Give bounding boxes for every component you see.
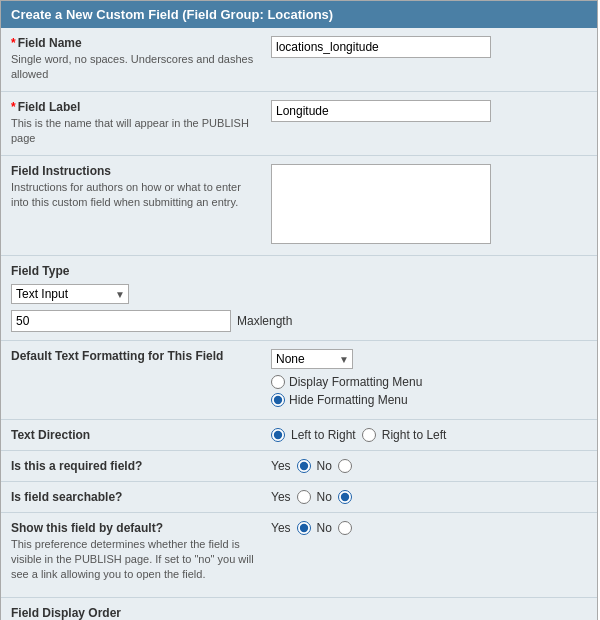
show-no-radio[interactable]	[338, 521, 352, 535]
searchable-row: Is field searchable? Yes No	[1, 482, 597, 513]
field-type-select[interactable]: Text Input Textarea Select Dropdown Date…	[11, 284, 129, 304]
display-order-section: Field Display Order	[1, 598, 597, 620]
ltr-radio[interactable]	[271, 428, 285, 442]
field-instructions-label-col: Field Instructions Instructions for auth…	[11, 164, 271, 211]
ltr-label: Left to Right	[291, 428, 356, 442]
search-no-radio[interactable]	[338, 490, 352, 504]
show-field-desc: This preference determines whether the f…	[11, 537, 271, 583]
show-no-label: No	[317, 521, 332, 535]
field-label-label-col: *Field Label This is the name that will …	[11, 100, 271, 147]
field-name-input[interactable]	[271, 36, 491, 58]
text-direction-row: Text Direction Left to Right Right to Le…	[1, 420, 597, 451]
field-label-input[interactable]	[271, 100, 491, 122]
hide-menu-radio[interactable]	[271, 393, 285, 407]
field-label-title: *Field Label	[11, 100, 261, 114]
field-type-section: Field Type Text Input Textarea Select Dr…	[1, 256, 597, 341]
hide-menu-option: Hide Formatting Menu	[271, 393, 587, 407]
field-name-title: *Field Name	[11, 36, 261, 50]
field-type-select-wrapper: Text Input Textarea Select Dropdown Date…	[11, 284, 129, 304]
required-star-2: *	[11, 100, 16, 114]
search-yes-radio[interactable]	[297, 490, 311, 504]
show-field-label-col: Show this field by default? This prefere…	[11, 521, 271, 589]
maxlength-input[interactable]	[11, 310, 231, 332]
show-yes-label: Yes	[271, 521, 291, 535]
format-input-col: None XHTML Markdown ▼ Display Formatting…	[271, 349, 587, 411]
maxlength-label: Maxlength	[237, 314, 292, 328]
format-select-row: None XHTML Markdown ▼	[271, 349, 587, 369]
show-field-input-col: Yes No	[271, 521, 587, 535]
format-select[interactable]: None XHTML Markdown	[271, 349, 353, 369]
searchable-label: Is field searchable?	[11, 490, 271, 504]
format-select-wrapper: None XHTML Markdown ▼	[271, 349, 353, 369]
format-label: Default Text Formatting for This Field	[11, 349, 271, 363]
format-row: Default Text Formatting for This Field N…	[11, 349, 587, 411]
text-direction-label: Text Direction	[11, 428, 271, 442]
field-label-row: *Field Label This is the name that will …	[1, 92, 597, 156]
default-text-formatting-section: Default Text Formatting for This Field N…	[1, 341, 597, 420]
req-yes-label: Yes	[271, 459, 291, 473]
field-name-input-col	[271, 36, 587, 58]
show-field-inner: Show this field by default? This prefere…	[11, 521, 587, 589]
field-instructions-textarea[interactable]	[271, 164, 491, 244]
form-title: Create a New Custom Field (Field Group: …	[11, 7, 333, 22]
field-label-desc: This is the name that will appear in the…	[11, 116, 261, 147]
field-instructions-desc: Instructions for authors on how or what …	[11, 180, 261, 211]
form-header: Create a New Custom Field (Field Group: …	[1, 1, 597, 28]
req-no-radio[interactable]	[338, 459, 352, 473]
required-field-label: Is this a required field?	[11, 459, 271, 473]
req-yes-radio[interactable]	[297, 459, 311, 473]
field-type-title: Field Type	[11, 264, 587, 278]
field-name-desc: Single word, no spaces. Underscores and …	[11, 52, 261, 83]
searchable-inputs: Yes No	[271, 490, 587, 504]
search-no-label: No	[317, 490, 332, 504]
maxlength-row: Maxlength	[11, 310, 587, 332]
field-instructions-row: Field Instructions Instructions for auth…	[1, 156, 597, 256]
rtl-radio[interactable]	[362, 428, 376, 442]
field-name-row: *Field Name Single word, no spaces. Unde…	[1, 28, 597, 92]
show-by-default-section: Show this field by default? This prefere…	[1, 513, 597, 598]
display-menu-radio[interactable]	[271, 375, 285, 389]
show-yes-radio[interactable]	[297, 521, 311, 535]
hide-menu-label: Hide Formatting Menu	[289, 393, 408, 407]
required-field-row: Is this a required field? Yes No	[1, 451, 597, 482]
display-menu-label: Display Formatting Menu	[289, 375, 422, 389]
required-field-inputs: Yes No	[271, 459, 587, 473]
req-no-label: No	[317, 459, 332, 473]
search-yes-label: Yes	[271, 490, 291, 504]
field-label-input-col	[271, 100, 587, 122]
show-field-title: Show this field by default?	[11, 521, 271, 535]
rtl-label: Right to Left	[382, 428, 447, 442]
required-star: *	[11, 36, 16, 50]
form-container: Create a New Custom Field (Field Group: …	[0, 0, 598, 620]
display-menu-option: Display Formatting Menu	[271, 375, 587, 389]
field-name-label-col: *Field Name Single word, no spaces. Unde…	[11, 36, 271, 83]
text-direction-inputs: Left to Right Right to Left	[271, 428, 587, 442]
form-body: *Field Name Single word, no spaces. Unde…	[1, 28, 597, 620]
field-instructions-input-col	[271, 164, 587, 247]
field-instructions-title: Field Instructions	[11, 164, 261, 178]
display-order-title: Field Display Order	[11, 606, 587, 620]
